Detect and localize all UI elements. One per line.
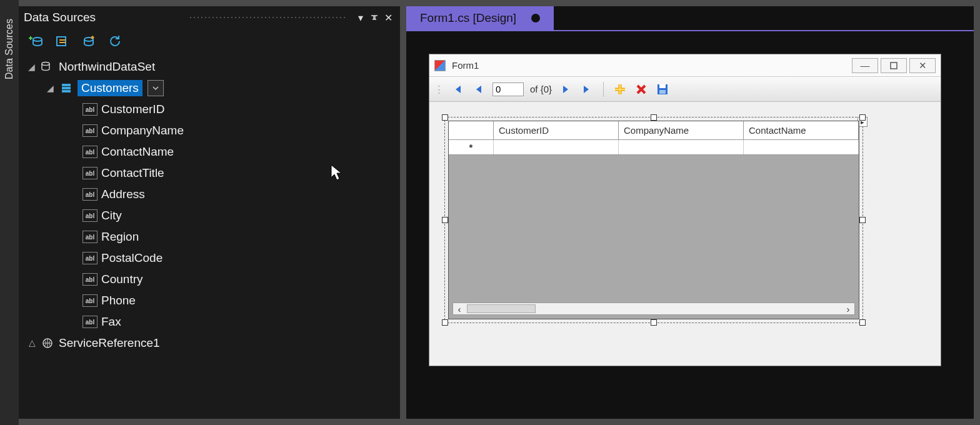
horizontal-scrollbar[interactable]: ‹ › <box>452 302 855 315</box>
tab-form-design[interactable]: Form1.cs [Design] <box>406 6 554 30</box>
tree-node-label: City <box>101 209 122 222</box>
add-new-button[interactable] <box>612 82 628 97</box>
position-input[interactable] <box>492 82 524 96</box>
data-sources-toolbar <box>19 29 400 54</box>
toolbar-grip-icon: ⋮ <box>434 84 444 95</box>
dataset-icon <box>40 61 55 73</box>
table-dropdown-button[interactable] <box>148 80 164 96</box>
tree-node-label: Address <box>101 188 145 201</box>
tree-node-label: Customers <box>78 80 142 96</box>
tree-node-label: PostalCode <box>101 251 162 265</box>
form-client-area[interactable]: ▸ CustomerID CompanyName <box>429 102 941 366</box>
panel-title: Data Sources <box>24 11 182 24</box>
panel-header: Data Sources ▾ ✕ <box>19 6 400 29</box>
tree-node-field[interactable]: ablCity <box>24 205 398 226</box>
resize-handle[interactable] <box>859 114 866 121</box>
refresh-icon[interactable] <box>106 32 124 50</box>
tree-node-field[interactable]: ablCountry <box>24 269 398 290</box>
text-field-icon: abl <box>82 209 98 222</box>
edit-data-source-icon[interactable] <box>54 32 71 50</box>
tree-node-field[interactable]: ablCompanyName <box>24 120 398 141</box>
vertical-tab-data-sources[interactable]: Data Sources <box>0 0 19 425</box>
tab-strip: Form1.cs [Design] <box>406 6 974 31</box>
tree-node-field[interactable]: ablContactTitle <box>24 162 398 184</box>
minimize-button[interactable]: — <box>852 58 878 73</box>
scroll-thumb[interactable] <box>467 304 536 313</box>
grid-new-row[interactable]: * <box>449 140 859 155</box>
move-first-button[interactable] <box>450 82 465 97</box>
tree-node-field[interactable]: ablContactName <box>24 141 398 162</box>
resize-handle[interactable] <box>859 217 866 223</box>
grid-row-header-corner[interactable] <box>449 121 494 139</box>
separator <box>603 82 604 97</box>
tree-node-table[interactable]: ◢ Customers <box>24 78 398 99</box>
form-window[interactable]: Form1 — ✕ ⋮ of {0} <box>429 54 941 366</box>
grid-column-header[interactable]: CustomerID <box>494 121 619 139</box>
datagrid-selection[interactable]: ▸ CustomerID CompanyName <box>444 117 863 323</box>
tree-node-field[interactable]: ablAddress <box>24 184 398 205</box>
tree-node-field[interactable]: ablPostalCode <box>24 248 398 269</box>
delete-button[interactable] <box>634 82 649 97</box>
tree-node-label: CustomerID <box>101 102 164 116</box>
tree-node-field[interactable]: ablRegion <box>24 226 398 248</box>
svg-point-0 <box>33 38 42 41</box>
resize-handle[interactable] <box>442 114 448 121</box>
data-sources-panel: Data Sources ▾ ✕ ◢ NorthwindDataSet <box>19 6 400 419</box>
move-previous-button[interactable] <box>471 82 486 97</box>
grid-header-row: CustomerID CompanyName ContactName <box>449 121 859 140</box>
tree-node-field[interactable]: ablCustomerID <box>24 99 398 120</box>
resize-handle[interactable] <box>651 319 657 326</box>
panel-close-button[interactable]: ✕ <box>381 11 395 24</box>
save-button[interactable] <box>655 82 670 97</box>
close-button[interactable]: ✕ <box>909 58 936 73</box>
editor-area: Form1.cs [Design] Form1 — ✕ ⋮ <box>406 6 974 419</box>
svg-rect-8 <box>62 90 71 92</box>
svg-rect-3 <box>59 42 66 43</box>
svg-rect-13 <box>659 90 666 94</box>
resize-handle[interactable] <box>442 217 448 223</box>
tree-node-field[interactable]: ablPhone <box>24 290 398 311</box>
scroll-left-button[interactable]: ‹ <box>453 303 466 314</box>
form-title-text: Form1 <box>452 60 479 71</box>
svg-rect-7 <box>62 87 71 89</box>
tree-node-label: ContactName <box>101 145 174 159</box>
tree-node-label: Phone <box>101 294 136 308</box>
unsaved-indicator-icon <box>531 14 540 22</box>
form-titlebar: Form1 — ✕ <box>429 54 941 77</box>
resize-handle[interactable] <box>651 114 657 121</box>
vertical-tab-label: Data Sources <box>4 19 15 79</box>
tree-node-service-reference[interactable]: ▷ ServiceReference1 <box>24 332 398 354</box>
count-label: of {0} <box>530 84 552 94</box>
grid-column-header[interactable]: CompanyName <box>619 121 744 139</box>
add-data-source-icon[interactable] <box>28 32 45 50</box>
move-last-button[interactable] <box>579 82 594 97</box>
splitter[interactable] <box>400 6 406 419</box>
expand-icon[interactable]: ◢ <box>45 83 55 93</box>
tree-node-label: CompanyName <box>101 124 184 138</box>
datagrid[interactable]: CustomerID CompanyName ContactName * ‹ <box>448 121 859 319</box>
panel-dropdown-button[interactable]: ▾ <box>354 11 368 24</box>
svg-rect-2 <box>59 39 66 41</box>
form-designer-surface[interactable]: Form1 — ✕ ⋮ of {0} <box>406 31 974 419</box>
tree-node-label: ServiceReference1 <box>59 336 160 350</box>
panel-pin-button[interactable] <box>368 11 381 24</box>
move-next-button[interactable] <box>558 82 573 97</box>
grid-column-header[interactable]: ContactName <box>744 121 859 139</box>
text-field-icon: abl <box>82 146 98 158</box>
expand-icon[interactable]: ◢ <box>26 62 36 72</box>
maximize-button[interactable] <box>881 58 907 73</box>
panel-grip <box>189 16 348 19</box>
service-reference-icon <box>40 337 55 349</box>
tree-node-field[interactable]: ablFax <box>24 311 398 332</box>
tree-node-label: Country <box>101 272 143 286</box>
resize-handle[interactable] <box>442 319 448 326</box>
text-field-icon: abl <box>82 316 98 328</box>
tree-node-dataset[interactable]: ◢ NorthwindDataSet <box>24 56 398 78</box>
configure-data-source-icon[interactable] <box>80 32 98 50</box>
text-field-icon: abl <box>82 103 98 116</box>
expand-icon[interactable]: ▷ <box>26 338 36 348</box>
resize-handle[interactable] <box>859 319 866 326</box>
scroll-right-button[interactable]: › <box>842 303 854 314</box>
text-field-icon: abl <box>82 231 98 243</box>
tree-node-label: Fax <box>101 315 121 329</box>
